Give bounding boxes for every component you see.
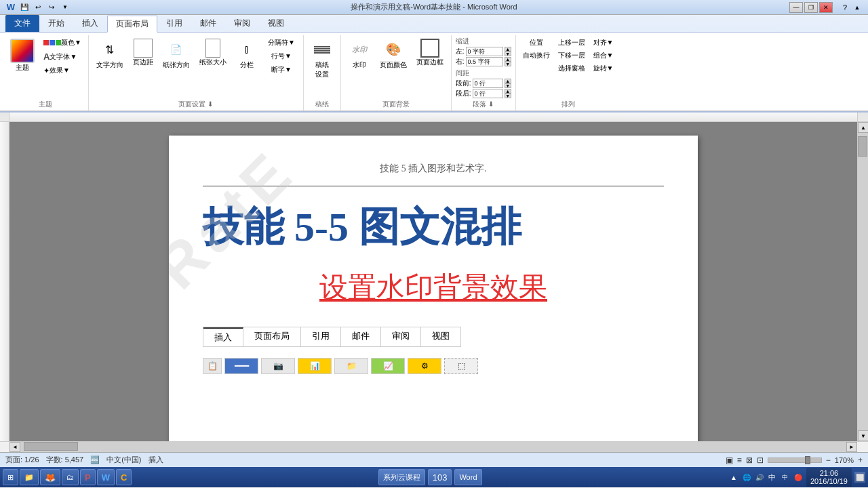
inst-tab-view[interactable]: 视图 bbox=[421, 327, 460, 346]
zoom-slider[interactable] bbox=[768, 458, 822, 463]
indent-left-up[interactable]: ▲ bbox=[505, 47, 511, 52]
qa-dropdown[interactable]: ▼ bbox=[60, 2, 71, 13]
tray-lang[interactable]: 中 bbox=[780, 472, 791, 483]
taskbar-explorer[interactable]: 🗂 bbox=[62, 469, 79, 485]
line-numbers-button[interactable]: 行号▼ bbox=[265, 50, 298, 62]
indent-right-input[interactable] bbox=[466, 57, 503, 66]
tab-mail[interactable]: 邮件 bbox=[191, 15, 225, 32]
start-button[interactable]: ⊞ bbox=[3, 469, 18, 485]
inst-tab-references[interactable]: 引用 bbox=[301, 327, 341, 346]
indent-right-down[interactable]: ▼ bbox=[505, 62, 511, 66]
inst-tab-mail[interactable]: 邮件 bbox=[341, 327, 381, 346]
zoom-thumb[interactable] bbox=[805, 456, 810, 464]
page-border-button[interactable]: 页面边框 bbox=[413, 37, 447, 69]
ribbon-collapse[interactable]: ▲ bbox=[852, 2, 863, 13]
hscroll-right-button[interactable]: ► bbox=[846, 442, 857, 452]
effects-button[interactable]: ✦ 效果▼ bbox=[41, 64, 84, 77]
margins-button[interactable]: 页边距 bbox=[130, 37, 157, 69]
tab-insert[interactable]: 插入 bbox=[73, 15, 107, 32]
view-icon-read[interactable]: ≡ bbox=[737, 455, 742, 465]
paper-size-button[interactable]: 纸张大小 bbox=[196, 37, 230, 69]
indent-left-input[interactable] bbox=[466, 47, 503, 56]
inst-tab-review[interactable]: 审阅 bbox=[381, 327, 421, 346]
wrap-button[interactable]: 自动换行 bbox=[520, 49, 553, 62]
hscroll-left-button[interactable]: ◄ bbox=[9, 442, 20, 452]
maximize-button[interactable]: ❐ bbox=[804, 2, 818, 13]
columns-button[interactable]: ⫿ 分栏 bbox=[233, 37, 261, 72]
inst-tab-page-layout[interactable]: 页面布局 bbox=[243, 327, 301, 346]
inst-tab-insert[interactable]: 插入 bbox=[203, 327, 243, 346]
view-icon-outline[interactable]: ⊡ bbox=[757, 455, 764, 465]
hscroll-track[interactable] bbox=[20, 442, 846, 452]
toolbar-icon-4[interactable]: 📊 bbox=[298, 358, 332, 374]
toolbar-icon-3[interactable]: 📷 bbox=[261, 358, 295, 374]
tray-sound[interactable]: 🔊 bbox=[754, 472, 765, 483]
indent-left-down[interactable]: ▼ bbox=[505, 52, 511, 56]
hscroll-thumb[interactable] bbox=[24, 442, 78, 451]
spacing-after-up[interactable]: ▲ bbox=[505, 89, 511, 94]
scroll-up-button[interactable]: ▲ bbox=[858, 122, 868, 133]
close-button[interactable]: ✕ bbox=[819, 2, 833, 13]
minimize-button[interactable]: — bbox=[789, 2, 803, 13]
taskbar-powerpoint[interactable]: P bbox=[80, 469, 96, 485]
taskbar-course[interactable]: 系列云课程 bbox=[378, 469, 425, 485]
spacing-before-down[interactable]: ▼ bbox=[505, 83, 511, 88]
show-desktop-button[interactable]: ⬜ bbox=[854, 472, 865, 483]
bring-front-button[interactable]: 上移一层 bbox=[555, 37, 588, 49]
align-button[interactable]: 对齐▼ bbox=[591, 37, 616, 49]
taskbar-number[interactable]: 103 bbox=[428, 469, 452, 485]
view-icon-web[interactable]: ⊠ bbox=[746, 455, 753, 465]
toolbar-icon-2[interactable]: ━━━ bbox=[224, 358, 258, 374]
tab-references[interactable]: 引用 bbox=[157, 15, 191, 32]
taskbar-word[interactable]: W bbox=[97, 469, 115, 485]
taskbar-app4[interactable]: C bbox=[116, 469, 132, 485]
toolbar-icon-5[interactable]: 📁 bbox=[334, 358, 368, 374]
spacing-before-up[interactable]: ▲ bbox=[505, 79, 511, 83]
select-pane-button[interactable]: 选择窗格 bbox=[555, 62, 588, 75]
toolbar-icon-1[interactable]: 📋 bbox=[203, 358, 222, 374]
tab-file[interactable]: 文件 bbox=[5, 15, 39, 32]
hyphenation-button[interactable]: 断字▼ bbox=[265, 64, 298, 76]
toolbar-icon-8[interactable]: ⬚ bbox=[444, 358, 478, 374]
rotate-button[interactable]: 旋转▼ bbox=[591, 62, 616, 75]
spacing-after-down[interactable]: ▼ bbox=[505, 94, 511, 98]
save-icon[interactable]: 💾 bbox=[19, 2, 30, 13]
view-icon-print[interactable]: ▣ bbox=[726, 455, 733, 465]
redo-icon[interactable]: ↪ bbox=[46, 2, 57, 13]
spacing-before-input[interactable] bbox=[473, 79, 503, 88]
indent-right-up[interactable]: ▲ bbox=[505, 57, 511, 62]
text-direction-button[interactable]: ⇅ 文字方向 bbox=[93, 37, 127, 72]
tray-network[interactable]: 🌐 bbox=[741, 472, 752, 483]
draft-settings-button[interactable]: 稿纸设置 bbox=[308, 37, 336, 81]
scroll-thumb[interactable] bbox=[858, 136, 867, 157]
color-button[interactable]: 颜色▼ bbox=[41, 37, 84, 49]
tab-view[interactable]: 视图 bbox=[259, 15, 293, 32]
font-button[interactable]: A 文字体▼ bbox=[41, 50, 84, 63]
zoom-plus[interactable]: + bbox=[858, 455, 863, 465]
watermark-button[interactable]: 水印 水印 bbox=[345, 37, 374, 72]
tray-expand[interactable]: ▲ bbox=[728, 472, 739, 483]
spacing-after-input[interactable] bbox=[473, 89, 503, 98]
position-button[interactable]: 位置 bbox=[520, 37, 553, 49]
toolbar-icon-7[interactable]: ⚙ bbox=[408, 358, 441, 374]
taskbar-word-doc[interactable]: Word bbox=[454, 469, 481, 485]
tray-icon2[interactable]: 🔴 bbox=[793, 472, 804, 483]
undo-icon[interactable]: ↩ bbox=[33, 2, 43, 13]
send-back-button[interactable]: 下移一层 bbox=[555, 49, 588, 62]
tab-page-layout[interactable]: 页面布局 bbox=[107, 16, 157, 33]
orientation-button[interactable]: 📄 纸张方向 bbox=[159, 37, 193, 72]
tab-review[interactable]: 审阅 bbox=[225, 15, 259, 32]
scroll-down-button[interactable]: ▼ bbox=[858, 430, 868, 441]
clock[interactable]: 21:06 2016/10/19 bbox=[806, 468, 852, 487]
taskbar-file-manager[interactable]: 📁 bbox=[20, 469, 39, 485]
scroll-track[interactable] bbox=[858, 133, 868, 430]
tray-ime[interactable]: 中 bbox=[767, 472, 778, 483]
taskbar-browser[interactable]: 🦊 bbox=[40, 469, 60, 485]
theme-button[interactable]: 主题 bbox=[7, 37, 38, 75]
toolbar-icon-6[interactable]: 📈 bbox=[371, 358, 405, 374]
help-icon[interactable]: ? bbox=[840, 2, 850, 13]
zoom-minus[interactable]: − bbox=[826, 455, 831, 465]
group-button[interactable]: 组合▼ bbox=[591, 49, 616, 62]
breaks-button[interactable]: 分隔符▼ bbox=[265, 37, 298, 49]
tab-home[interactable]: 开始 bbox=[39, 15, 73, 32]
